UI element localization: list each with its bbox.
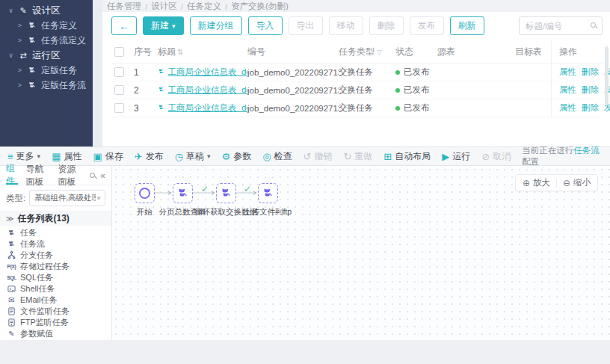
zoom-in-icon: ⊕ [523,178,530,188]
更多-button[interactable]: ≡更多▾ [7,150,40,163]
撤销-button: ↺撤销 [304,150,333,163]
刷新-button[interactable]: 刷新 [450,16,484,35]
sidebar-item-任务定义[interactable]: >任务定义 [0,18,93,33]
自动布局-button[interactable]: ⊞自动布局 [383,150,431,163]
删除-link[interactable]: 删除 [582,84,599,96]
component-list: 任务任务流分支任务P(X)存储过程任务SQLSQL任务Shell任务✉EMail… [0,226,111,340]
col-target: 目标表 [515,46,551,58]
list-item-任务[interactable]: 任务 [0,227,111,238]
flow-node-分页总数查询[interactable] [173,183,193,203]
tab-资源面板[interactable]: 资源面板 [58,166,82,185]
back-button[interactable]: ← [111,16,137,35]
params-icon: ⚙ [222,152,231,161]
tab-导航面板[interactable]: 导航面板 [25,166,50,185]
undo-icon: ↺ [304,152,312,161]
title-link[interactable]: 工商局企业信息表_demo0_2... [168,102,247,114]
task-list-header[interactable]: ≫ 任务列表(13) [0,211,111,226]
table-row[interactable]: 2工商局企业信息表_demo0_2...job_demo0_2022092713… [111,81,603,99]
sidebar-item-定版任务流[interactable]: >定版任务流 [0,78,93,93]
list-item-Groovy脚本[interactable]: ✶Groovy脚本 [0,339,111,340]
chevron-down-icon[interactable]: ∨ [7,52,14,59]
list-item-EMail任务[interactable]: ✉EMail任务 [0,294,111,306]
list-item-参数赋值[interactable]: ✎参数赋值 [0,328,111,339]
sidebar-item-任务流定义[interactable]: >任务流定义 [0,33,93,48]
新建-button[interactable]: 新建▾ [143,16,184,35]
type-select[interactable]: 基础组件,高级处理组件 ▼ [29,190,105,206]
select-all-checkbox[interactable] [114,47,124,57]
导入-button[interactable]: 导入 [248,16,283,35]
属性-link[interactable]: 属性 [559,102,576,114]
zoom-in-button[interactable]: ⊕ 放大 [523,177,550,188]
col-type[interactable]: 任务类型▽ [339,46,395,58]
col-status: 状态 [395,46,437,58]
sort-icon[interactable]: ⇅ [177,48,183,56]
zoom-out-icon: ⊖ [563,178,570,188]
list-item-存储过程任务[interactable]: P(X)存储过程任务 [0,261,111,272]
search-wrap [519,16,603,35]
属性-link[interactable]: 属性 [559,67,576,78]
zoom-out-button[interactable]: ⊖ 缩小 [563,177,591,188]
col-source: 源表 [437,46,515,58]
发布-button[interactable]: ✈发布 [135,150,164,163]
list-item-Shell任务[interactable]: Shell任务 [0,283,111,294]
run-circle-icon: ⇄ [18,50,28,61]
新建分组-button[interactable]: 新建分组 [190,16,242,35]
list-item-分支任务[interactable]: 分支任务 [0,250,111,261]
chevron-right-icon[interactable]: > [16,81,23,89]
success-check-icon: ✓ [201,184,209,194]
title-link[interactable]: 工商局企业信息表_demo0_2... [168,84,247,96]
flow-node-循环获取交换数据[interactable] [216,183,236,203]
删除-link[interactable]: 删除 [582,102,599,114]
flow-node-开始[interactable] [135,183,155,203]
list-item-任务流[interactable]: 任务流 [0,238,111,250]
list-item-SQL任务[interactable]: SQLSQL任务 [0,272,111,283]
flow-canvas[interactable]: ✓ ✓ 开始分页总数查询循环获取交换数据上传文件到ftp ⊕ 放大 ⊖ 缩小 [112,166,610,340]
sidebar-section-设计区[interactable]: ∨✎设计区 [0,3,93,18]
collapse-section-icon[interactable]: ≫ [6,215,13,223]
sidebar-section-运行区[interactable]: ∨⇄运行区 [0,48,93,63]
运行-button[interactable]: ▶运行 [442,150,470,163]
cell-title: 工商局企业信息表_demo0_2... [158,84,247,96]
chevron-right-icon[interactable]: > [16,22,23,29]
top-region: ∨✎设计区>任务定义>任务流定义∨⇄运行区>定版任务>定版任务流 任务管理/ 设… [0,0,610,146]
taskflow-icon [27,80,37,90]
title-link[interactable]: 工商局企业信息表_demo0_2... [168,67,247,78]
table-scrollbar[interactable] [605,46,609,105]
chevron-right-icon[interactable]: > [16,37,23,44]
chevron-right-icon[interactable]: > [16,67,23,74]
type-label: 类型: [6,193,25,204]
breadcrumb-item[interactable]: 任务定义 [187,1,221,12]
task-swoosh-icon [220,187,232,200]
sidebar-item-定版任务[interactable]: >定版任务 [0,63,93,78]
cell-index: 1 [134,67,158,78]
search-icon[interactable] [90,173,95,178]
草稿-button[interactable]: ◷草稿▾ [175,150,211,163]
list-item-文件监听任务[interactable]: 文件监听任务 [0,306,111,317]
list-item-FTP监听任务[interactable]: FTP监听任务 [0,317,111,328]
task-swoosh-icon [262,187,274,200]
collapse-left-icon[interactable]: « [100,170,105,181]
tab-组件[interactable]: 组件 [6,166,18,185]
col-title[interactable]: 标题⇅ [158,46,247,58]
table-row[interactable]: 3工商局企业信息表_demo0_2...job_demo0_2022092713… [111,99,603,117]
chevron-down-icon[interactable]: ∨ [7,7,14,14]
row-checkbox[interactable] [114,85,124,95]
filter-icon[interactable]: ▽ [377,49,382,56]
task-list-area: 任务管理/ 设计区/ 任务定义/ 资产交换(勿删) ← 新建▾新建分组导入导出移… [102,0,610,146]
flow-node-上传文件到ftp[interactable] [258,183,278,203]
row-checkbox[interactable] [114,67,124,77]
breadcrumb-item[interactable]: 设计区 [151,1,177,12]
row-checkbox[interactable] [114,103,124,113]
table-toolbar: ← 新建▾新建分组导入导出移动删除发布刷新 [111,16,603,35]
保存-button[interactable]: ▣保存 [93,150,123,163]
procedure-px-icon: P(X) [7,262,16,271]
table-row[interactable]: 1工商局企业信息表_demo0_2...job_demo0_2022092713… [111,64,603,81]
检查-button[interactable]: ◎检查 [262,150,292,163]
参数-button[interactable]: ⚙参数 [222,150,252,163]
删除-link[interactable]: 删除 [582,67,599,78]
属性-link[interactable]: 属性 [559,84,576,96]
属性-button[interactable]: ▦属性 [52,150,81,163]
task-swoosh-icon [158,85,165,96]
col-code: 编号 [247,46,339,58]
breadcrumb-item[interactable]: 任务管理 [107,1,141,12]
